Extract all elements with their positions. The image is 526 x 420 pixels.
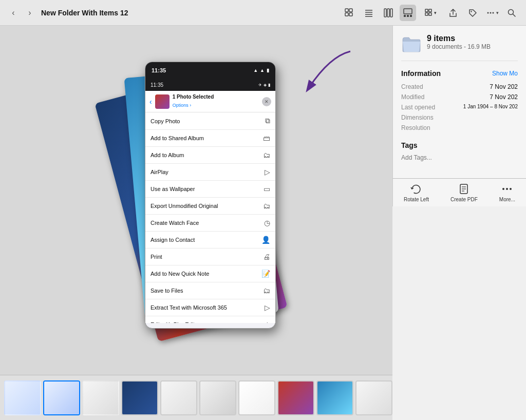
more-actions-button[interactable]: More... [499, 183, 515, 202]
more-options-button[interactable]: ▾ [484, 5, 500, 21]
share-sheet-header: ‹ 1 Photo Selected Options › ✕ [145, 91, 275, 112]
menu-item-microsoft365[interactable]: Extract Text with Microsoft 365 ▷ [145, 299, 275, 316]
thumbnail-6[interactable] [199, 380, 236, 415]
battery-icon: ▮ [267, 68, 269, 73]
create-pdf-button[interactable]: Create PDF [450, 183, 478, 202]
svg-point-32 [510, 188, 512, 190]
more-chevron: ▾ [496, 10, 499, 15]
thumbnail-2-inner [44, 381, 79, 414]
side-panel-header: 9 items 9 documents - 16.9 MB [401, 34, 518, 61]
add-album-icon: 🗂 [263, 151, 270, 159]
share-back-button[interactable]: ‹ [149, 98, 152, 106]
thumbnail-7-inner [239, 381, 274, 414]
thumbnail-3-inner [83, 381, 118, 414]
share-menu-list[interactable]: Copy Photo ⧉ Add to Shared Album 🗃 Add t… [145, 112, 275, 323]
svg-point-20 [487, 12, 489, 13]
ios-status-icons: ▲ ▲ ▮ [253, 68, 269, 73]
thumbnail-10[interactable] [355, 380, 392, 415]
resolution-label: Resolution [401, 124, 430, 131]
menu-item-wallpaper-label: Use as Wallpaper [151, 186, 195, 192]
column-view-button[interactable] [380, 5, 397, 21]
shared-album-icon: 🗃 [263, 134, 270, 142]
menu-item-save-files[interactable]: Save to Files 🗂 [145, 282, 275, 299]
group-by-button[interactable]: ▾ [419, 5, 442, 21]
menu-item-assign-contact-label: Assign to Contact [151, 237, 195, 243]
rotate-left-label: Rotate Left [404, 197, 429, 202]
show-more-button[interactable]: Show Mo [492, 70, 518, 77]
info-row-last-opened: Last opened 1 Jan 1904 – 8 Nov 202 [401, 102, 518, 112]
tags-title: Tags [401, 141, 518, 149]
content-area: 11:35 ▲ ▲ ▮ 11:35 ✈ ◈ ▮ [0, 26, 392, 420]
folder-icon [401, 34, 422, 54]
tag-button[interactable] [464, 5, 481, 21]
grid-view-icon [345, 8, 354, 17]
created-label: Created [401, 83, 423, 90]
share-options-button[interactable]: Options › [173, 103, 192, 108]
menu-item-export-original[interactable]: Export Unmodified Original 🗂 [145, 198, 275, 215]
back-button[interactable]: ‹ [6, 6, 21, 20]
menu-item-assign-contact[interactable]: Assign to Contact 👤 [145, 232, 275, 249]
gallery-view-button[interactable] [400, 5, 416, 21]
list-view-button[interactable] [361, 5, 377, 21]
share-close-button[interactable]: ✕ [262, 97, 271, 106]
svg-rect-10 [390, 9, 392, 17]
main-area: 11:35 ▲ ▲ ▮ 11:35 ✈ ◈ ▮ [0, 26, 526, 420]
thumbnail-1[interactable] [4, 380, 41, 415]
menu-item-watch-face[interactable]: Create Watch Face ◷ [145, 215, 275, 232]
screenshot-stack: 11:35 ▲ ▲ ▮ 11:35 ✈ ◈ ▮ [93, 51, 299, 349]
thumbnail-5[interactable] [160, 380, 197, 415]
thumbnail-5-inner [161, 381, 196, 414]
menu-item-airplay[interactable]: AirPlay ▷ [145, 164, 275, 181]
add-tags-input[interactable] [401, 154, 518, 161]
menu-item-blur-editor-label: Edit with Blur Editor [151, 321, 200, 323]
svg-point-19 [471, 11, 472, 12]
thumbnail-3[interactable] [82, 380, 119, 415]
side-bottom-bar: Rotate Left Create PDF More... [392, 178, 526, 206]
info-row-created: Created 7 Nov 202 [401, 82, 518, 92]
navigation-buttons: ‹ › [6, 6, 37, 20]
wifi-icon: ▲ [253, 68, 258, 73]
thumbnail-2[interactable] [43, 380, 80, 415]
page-title: New Folder With Items 12 [41, 9, 337, 17]
items-count: 9 items [427, 34, 491, 43]
menu-item-quick-note[interactable]: Add to New Quick Note 📝 [145, 265, 275, 282]
menu-item-add-album[interactable]: Add to Album 🗂 [145, 147, 275, 164]
search-button[interactable] [503, 5, 520, 21]
grid-view-button[interactable] [341, 5, 358, 21]
thumbnail-7[interactable] [238, 380, 275, 415]
menu-item-blur-editor[interactable]: Edit with Blur Editor ◈ [145, 316, 275, 323]
menu-item-quick-note-label: Add to New Quick Note [151, 271, 209, 277]
arrow-annotation [278, 46, 361, 103]
contact-icon: 👤 [261, 236, 270, 244]
thumbnail-8[interactable] [277, 380, 314, 415]
items-subtitle: 9 documents - 16.9 MB [427, 43, 491, 50]
forward-icon: › [28, 8, 31, 17]
svg-rect-17 [425, 13, 428, 15]
svg-rect-18 [429, 13, 431, 15]
menu-item-print[interactable]: Print 🖨 [145, 249, 275, 265]
thumbnail-9[interactable] [316, 380, 353, 415]
create-pdf-icon [458, 183, 470, 195]
forward-button[interactable]: › [23, 6, 37, 20]
thumbnail-4[interactable] [121, 380, 158, 415]
thumbnail-1-inner [5, 381, 40, 414]
tags-section: Tags [401, 141, 518, 162]
menu-item-wallpaper[interactable]: Use as Wallpaper ▭ [145, 181, 275, 198]
wallpaper-icon: ▭ [264, 185, 270, 193]
menu-item-shared-album[interactable]: Add to Shared Album 🗃 [145, 130, 275, 147]
preview-area[interactable]: 11:35 ▲ ▲ ▮ 11:35 ✈ ◈ ▮ [0, 26, 392, 375]
ios-status-bar: 11:35 ▲ ▲ ▮ [145, 62, 275, 79]
info-row-dimensions: Dimensions [401, 112, 518, 123]
ios-inner-status-icons: ✈ ◈ ▮ [258, 83, 270, 87]
more-actions-icon [501, 183, 513, 195]
side-panel-container: 9 items 9 documents - 16.9 MB Informatio… [392, 26, 526, 420]
rotate-left-button[interactable]: Rotate Left [404, 183, 429, 202]
share-button[interactable] [445, 5, 461, 21]
menu-item-copy-photo[interactable]: Copy Photo ⧉ [145, 112, 275, 130]
gallery-view-icon [403, 8, 412, 17]
modified-label: Modified [401, 93, 424, 101]
dimensions-label: Dimensions [401, 114, 434, 121]
info-row-modified: Modified 7 Nov 202 [401, 92, 518, 102]
svg-rect-15 [425, 9, 428, 12]
thumbnail-8-inner [278, 381, 313, 414]
